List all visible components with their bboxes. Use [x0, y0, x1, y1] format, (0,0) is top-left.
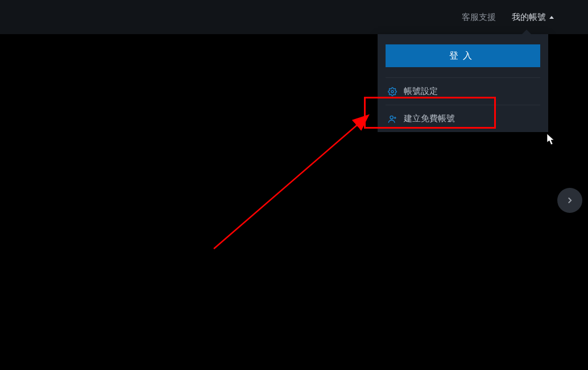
- my-account-label: 我的帳號: [512, 12, 546, 23]
- svg-point-0: [391, 91, 394, 93]
- top-header: 客服支援 我的帳號: [0, 0, 588, 34]
- chevron-up-icon: [549, 16, 554, 19]
- svg-point-1: [390, 116, 393, 118]
- support-link[interactable]: 客服支援: [462, 12, 496, 23]
- menu-item-label: 建立免費帳號: [404, 113, 455, 124]
- chevron-right-icon: [565, 195, 575, 205]
- menu-item-label: 帳號設定: [404, 86, 438, 97]
- gear-icon: [388, 87, 397, 96]
- my-account-dropdown-trigger[interactable]: 我的帳號: [512, 12, 554, 23]
- account-dropdown-panel: 登入 帳號設定 建立免費帳號: [378, 34, 548, 132]
- login-button[interactable]: 登入: [386, 44, 540, 67]
- add-user-icon: [388, 114, 397, 124]
- menu-item-account-settings[interactable]: 帳號設定: [386, 77, 540, 105]
- carousel-next-button[interactable]: [557, 188, 582, 213]
- menu-item-create-free-account[interactable]: 建立免費帳號: [386, 105, 540, 132]
